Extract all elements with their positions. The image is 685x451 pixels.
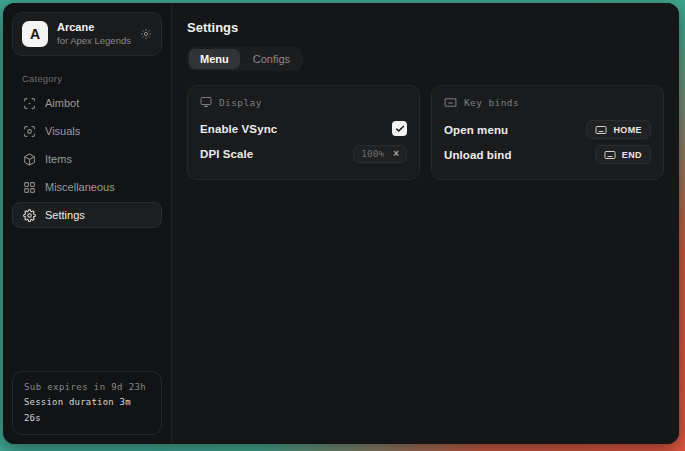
sidebar-item-label: Visuals (45, 125, 80, 137)
monitor-icon (200, 96, 212, 108)
dpi-scale-value: 100% (361, 148, 384, 159)
subscription-card: Sub expires in 9d 23h Session duration 3… (12, 371, 162, 435)
tab-menu[interactable]: Menu (189, 49, 240, 69)
keybinds-card-header: Key binds (444, 96, 651, 109)
sidebar-item-aimbot[interactable]: Aimbot (12, 90, 162, 116)
account-card: A Arcane for Apex Legends (12, 12, 162, 56)
category-label: Category (22, 73, 171, 84)
clear-icon[interactable]: × (393, 149, 399, 159)
keyboard-icon (604, 150, 616, 160)
display-card-title: Display (219, 97, 262, 108)
sidebar-spacer (3, 228, 171, 362)
unload-bind-row: Unload bind END (444, 142, 651, 167)
brand-text: Arcane for Apex Legends (57, 21, 131, 47)
vsync-label: Enable VSync (200, 123, 277, 135)
eye-scan-icon (23, 125, 36, 138)
app-subtitle: for Apex Legends (57, 35, 131, 47)
keybinds-card-title: Key binds (464, 97, 519, 108)
dpi-scale-label: DPI Scale (200, 148, 253, 160)
cards-row: Display Enable VSync DPI Scale 100% × (187, 85, 664, 180)
sidebar-nav: Aimbot Visuals Items (3, 90, 171, 228)
gear-icon[interactable] (140, 28, 152, 40)
unload-bind-label: Unload bind (444, 149, 512, 161)
crosshair-icon (23, 97, 36, 110)
tab-configs[interactable]: Configs (242, 49, 301, 69)
sub-expiry-text: Sub expires in 9d 23h (24, 380, 150, 395)
app-window: A Arcane for Apex Legends Category (3, 3, 679, 444)
unload-bind-button[interactable]: END (595, 145, 651, 164)
sidebar-item-items[interactable]: Items (12, 146, 162, 172)
open-menu-key: HOME (613, 125, 642, 135)
display-card-header: Display (200, 96, 407, 108)
main-content: Settings Menu Configs Display (172, 3, 679, 444)
keyboard-icon (444, 96, 457, 109)
sidebar-item-label: Settings (45, 209, 85, 221)
sidebar-item-label: Miscellaneous (45, 181, 115, 193)
box-icon (23, 153, 36, 166)
vsync-checkbox[interactable] (392, 121, 407, 136)
open-menu-label: Open menu (444, 124, 508, 136)
sidebar-item-settings[interactable]: Settings (12, 202, 162, 228)
page-title: Settings (187, 20, 664, 35)
sidebar-item-miscellaneous[interactable]: Miscellaneous (12, 174, 162, 200)
app-logo: A (22, 21, 48, 47)
session-duration-text: Session duration 3m 26s (24, 395, 150, 426)
dpi-scale-row: DPI Scale 100% × (200, 141, 407, 166)
grid-icon (23, 181, 36, 194)
dpi-scale-input[interactable]: 100% × (353, 145, 407, 163)
sidebar: A Arcane for Apex Legends Category (3, 3, 172, 444)
keyboard-icon (595, 125, 607, 135)
app-title: Arcane (57, 21, 131, 35)
tab-group: Menu Configs (187, 47, 303, 71)
keybinds-card: Key binds Open menu HOME (431, 85, 664, 180)
display-card: Display Enable VSync DPI Scale 100% × (187, 85, 420, 180)
sidebar-item-label: Aimbot (45, 97, 79, 109)
vsync-row: Enable VSync (200, 116, 407, 141)
open-menu-bind-button[interactable]: HOME (586, 120, 651, 139)
unload-bind-key: END (622, 150, 642, 160)
open-menu-row: Open menu HOME (444, 117, 651, 142)
sidebar-item-visuals[interactable]: Visuals (12, 118, 162, 144)
sidebar-item-label: Items (45, 153, 72, 165)
gear-icon (23, 209, 36, 222)
